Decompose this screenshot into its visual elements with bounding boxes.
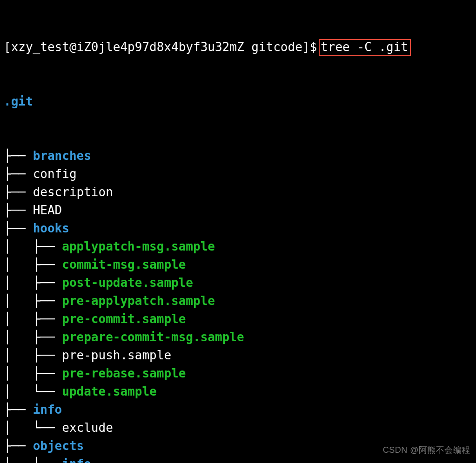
directory-entry: hooks (33, 221, 69, 235)
root-dir: .git (4, 94, 33, 108)
directory-entry: info (62, 457, 91, 463)
tree-row: │ ├── pre-applypatch.sample (4, 292, 472, 310)
prompt-line-1: [xzy_test@iZ0jle4p97d8x4byf3u32mZ gitcod… (4, 38, 472, 56)
tree-row: ├── config (4, 165, 472, 183)
tree-prefix: ├── (4, 149, 33, 163)
tree-prefix: ├── (4, 167, 33, 181)
executable-entry: post-update.sample (62, 276, 193, 290)
tree-prefix: ├── (4, 185, 33, 199)
file-entry: config (33, 167, 77, 181)
terminal-output[interactable]: [xzy_test@iZ0jle4p97d8x4byf3u32mZ gitcod… (0, 0, 476, 463)
tree-prefix: ├── (4, 439, 33, 453)
watermark: CSDN @阿熊不会编程 (383, 444, 470, 456)
tree-row: │ └── exclude (4, 419, 472, 437)
directory-entry: info (33, 403, 62, 417)
tree-prefix: │ ├── (4, 330, 62, 344)
directory-entry: branches (33, 149, 91, 163)
directory-entry: objects (33, 439, 84, 453)
tree-row: │ ├── pre-rebase.sample (4, 364, 472, 383)
file-entry: description (33, 185, 113, 199)
tree-row: │ ├── post-update.sample (4, 274, 472, 292)
executable-entry: update.sample (62, 384, 157, 398)
tree-prefix: │ ├── (4, 294, 62, 308)
tree-row: ├── hooks (4, 219, 472, 238)
executable-entry: prepare-commit-msg.sample (62, 330, 244, 344)
executable-entry: commit-msg.sample (62, 258, 186, 271)
tree-root: .git (4, 93, 472, 111)
tree-row: │ ├── pre-commit.sample (4, 310, 472, 328)
prompt-user-host: [xzy_test@iZ0jle4p97d8x4byf3u32mZ gitcod… (4, 40, 309, 54)
tree-prefix: │ ├── (4, 312, 62, 326)
executable-entry: applypatch-msg.sample (62, 239, 215, 253)
tree-prefix: │ ├── (4, 258, 62, 271)
executable-entry: pre-rebase.sample (62, 366, 186, 380)
file-entry: HEAD (33, 203, 62, 217)
tree-row: │ ├── pre-push.sample (4, 346, 472, 364)
file-entry: exclude (62, 421, 113, 435)
tree-prefix: │ ├── (4, 348, 62, 362)
tree-prefix: │ ├── (4, 366, 62, 380)
command-text: tree -C .git (321, 40, 408, 54)
tree-prefix: │ ├── (4, 239, 62, 253)
tree-prefix: │ ├── (4, 276, 62, 290)
tree-prefix: │ └── (4, 384, 62, 398)
tree-prefix: │ ├── (4, 457, 62, 463)
command-highlight: tree -C .git (319, 39, 411, 56)
executable-entry: pre-applypatch.sample (62, 294, 215, 308)
tree-row: │ ├── prepare-commit-msg.sample (4, 328, 472, 346)
tree-prefix: │ └── (4, 421, 62, 435)
tree-row: ├── description (4, 183, 472, 201)
tree-row: │ ├── applypatch-msg.sample (4, 238, 472, 256)
tree-row: ├── HEAD (4, 201, 472, 219)
executable-entry: pre-commit.sample (62, 312, 186, 326)
tree-prefix: ├── (4, 203, 33, 217)
prompt-dollar: $ (309, 40, 317, 54)
tree-row: │ ├── commit-msg.sample (4, 256, 472, 274)
tree-row: ├── branches (4, 147, 472, 165)
tree-body: ├── branches├── config├── description├──… (4, 147, 472, 463)
tree-row: │ └── update.sample (4, 383, 472, 401)
tree-prefix: ├── (4, 403, 33, 417)
tree-row: ├── info (4, 401, 472, 419)
file-entry: pre-push.sample (62, 348, 171, 362)
tree-prefix: ├── (4, 221, 33, 235)
